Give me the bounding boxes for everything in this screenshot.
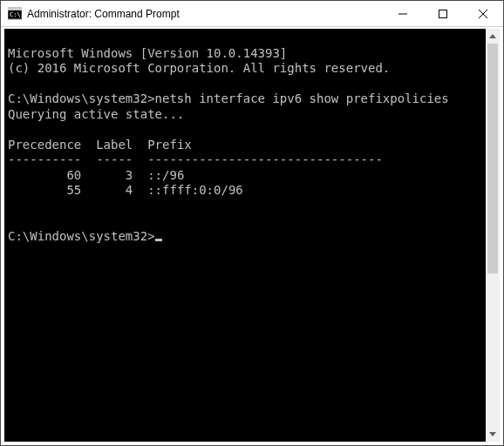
titlebar[interactable]: C:\ Administrator: Command Prompt [1,1,503,27]
command-prompt-window: C:\ Administrator: Command Prompt Micros… [0,0,504,446]
text-cursor [155,239,162,241]
col-precedence: Precedence [8,138,81,152]
svg-marker-8 [489,432,496,436]
svg-rect-4 [439,10,447,17]
cell-label: 3 [81,168,133,182]
entered-command: netsh interface ipv6 show prefixpolicies [155,91,449,105]
cell-precedence: 60 [8,168,81,182]
prompt-line: C:\Windows\system32> [8,229,496,245]
scroll-track[interactable] [486,44,500,427]
table-divider: ---------- ----- -----------------------… [8,152,496,168]
cell-precedence: 55 [8,183,81,197]
cell-prefix: ::/96 [133,168,184,182]
banner-line: Microsoft Windows [Version 10.0.14393] [8,46,496,62]
svg-text:C:\: C:\ [10,11,21,18]
status-line: Querying active state... [8,107,496,123]
vertical-scrollbar[interactable] [486,29,500,442]
table-row: 55 4 ::ffff:0:0/96 [8,183,496,199]
close-button[interactable] [463,1,503,27]
cmd-icon: C:\ [8,7,22,21]
svg-rect-1 [8,8,22,10]
scroll-down-button[interactable] [486,427,500,442]
table-row: 60 3 ::/96 [8,168,496,184]
console-area[interactable]: Microsoft Windows [Version 10.0.14393](c… [1,27,503,445]
table-header: Precedence Label Prefix [8,138,496,153]
col-label: Label [96,138,133,152]
cell-label: 4 [81,183,133,197]
cell-prefix: ::ffff:0:0/96 [133,183,242,197]
col-prefix: Prefix [147,138,192,152]
prompt-line: C:\Windows\system32>netsh interface ipv6… [8,91,496,107]
minimize-button[interactable] [383,1,423,27]
copyright-line: (c) 2016 Microsoft Corporation. All righ… [8,61,496,77]
prompt-path: C:\Windows\system32> [8,229,155,243]
svg-marker-7 [489,34,496,38]
prompt-path: C:\Windows\system32> [8,91,155,105]
maximize-button[interactable] [423,1,463,27]
scroll-up-button[interactable] [486,29,500,44]
scroll-thumb[interactable] [487,44,498,274]
window-title: Administrator: Command Prompt [27,8,180,20]
